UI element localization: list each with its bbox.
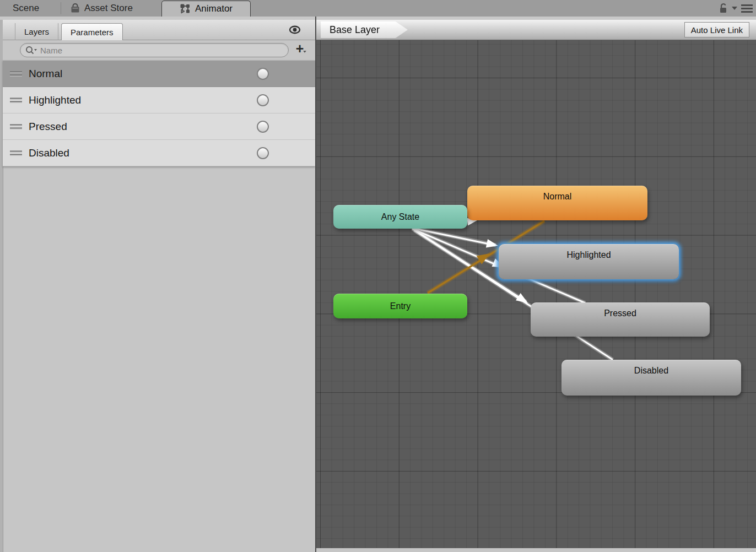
entry-node[interactable]: Entry [333,294,467,318]
state-machine-panel: Base Layer Auto Live Link [316,20,756,552]
breadcrumb-label: Base Layer [330,24,380,36]
state-node-label: Disabled [634,366,668,376]
parameter-name: Disabled [29,147,69,159]
tab-scene-label: Scene [13,3,39,14]
caret-down-icon[interactable] [732,7,737,10]
search-input[interactable] [39,45,273,56]
window-tab-bar: Scene Asset Store Animator [0,0,756,17]
state-node-label: Normal [543,192,572,202]
state-node-label: Pressed [604,309,636,318]
drag-handle-icon[interactable] [10,69,22,78]
parameter-name: Highlighted [29,94,81,106]
drag-handle-icon[interactable] [10,149,22,157]
trigger-radio[interactable] [257,94,269,106]
breadcrumb-bar: Base Layer Auto Live Link [316,20,756,40]
lock-open-icon[interactable] [719,3,728,14]
state-node-normal[interactable]: Normal [467,186,647,220]
state-node-disabled[interactable]: Disabled [561,360,741,396]
search-field[interactable] [20,43,289,57]
drag-handle-icon[interactable] [10,96,22,104]
plus-icon: + [296,41,304,56]
tab-animator[interactable]: Animator [161,1,251,17]
window-controls [719,0,753,17]
tab-scene[interactable]: Scene [13,0,39,17]
parameter-list: Normal Highlighted Pressed Disabled [3,60,315,166]
parameter-row-normal[interactable]: Normal [3,61,315,87]
any-state-node[interactable]: Any State [333,205,467,229]
drag-handle-icon[interactable] [10,122,22,131]
state-node-label: Entry [390,301,411,311]
tab-divider [61,2,61,14]
tab-layers-label: Layers [24,27,49,36]
trigger-radio[interactable] [257,147,269,159]
search-icon [25,45,38,55]
state-node-pressed[interactable]: Pressed [531,302,710,337]
tab-parameters[interactable]: Parameters [61,23,123,41]
tab-asset-store[interactable]: Asset Store [70,0,133,17]
trigger-radio[interactable] [257,121,269,133]
state-node-label: Highlighted [566,250,611,260]
animator-side-panel: Layers Parameters + Normal Highlighte [0,20,315,552]
parameter-row-highlighted[interactable]: Highlighted [3,87,315,113]
unity-animator-window: { "window": { "tabs": [ {"label": "Scene… [0,0,756,552]
caret-down-icon [304,51,307,52]
animator-icon [180,3,191,14]
parameter-row-pressed[interactable]: Pressed [3,113,315,140]
eye-icon[interactable] [289,25,301,35]
auto-live-link-button[interactable]: Auto Live Link [684,22,749,37]
parameter-search-row: + [3,40,315,60]
parameter-row-disabled[interactable]: Disabled [3,140,315,166]
state-machine-canvas[interactable]: Normal Entry Any State Pressed Disabled … [316,40,756,548]
panel-tabs-bar: Layers Parameters [3,20,315,40]
parameter-name: Normal [29,68,62,80]
auto-live-link-label: Auto Live Link [691,25,743,35]
add-parameter-button[interactable]: + [294,41,311,58]
tab-parameters-label: Parameters [71,28,114,37]
tab-layers[interactable]: Layers [15,23,58,40]
menu-icon[interactable] [741,4,753,13]
state-node-label: Any State [381,212,419,222]
parameter-name: Pressed [29,121,67,133]
bag-icon [70,3,80,14]
state-node-highlighted[interactable]: Highlighted [499,244,679,279]
breadcrumb-base-layer[interactable]: Base Layer [321,21,408,38]
trigger-radio[interactable] [257,68,269,80]
tab-animator-label: Animator [195,3,233,14]
tab-asset-store-label: Asset Store [84,3,133,14]
